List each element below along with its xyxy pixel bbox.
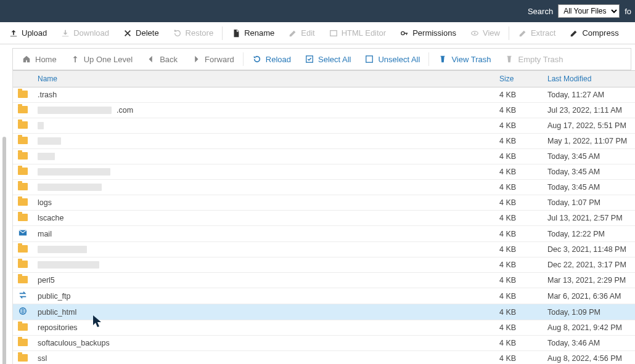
table-row[interactable]: 4 KB May 1, 2022, 11:07 PM	[13, 134, 635, 149]
folder-icon	[18, 167, 28, 176]
rename-button[interactable]: Rename	[225, 22, 281, 44]
delete-button[interactable]: Delete	[117, 22, 165, 44]
file-size: 4 KB	[494, 103, 543, 118]
svg-rect-5	[366, 56, 373, 63]
redacted-text	[38, 246, 87, 253]
file-modified: Aug 8, 2021, 9:42 PM	[543, 320, 635, 336]
file-modified: Today, 3:45 AM	[543, 180, 635, 195]
table-row[interactable]: ssl 4 KB Aug 8, 2022, 4:56 PM	[13, 351, 635, 365]
file-modified: Today, 1:09 PM	[543, 304, 635, 320]
file-size: 4 KB	[494, 180, 543, 195]
reload-button[interactable]: Reload	[246, 49, 297, 70]
download-button[interactable]: Download	[54, 22, 115, 44]
upload-icon	[9, 29, 18, 38]
file-modified: Today, 11:27 AM	[543, 87, 635, 103]
edit-button[interactable]: Edit	[282, 22, 321, 44]
file-size: 4 KB	[494, 288, 543, 304]
table-row[interactable]: public_ftp 4 KB Mar 6, 2021, 6:36 AM	[13, 288, 635, 304]
svg-point-3	[474, 32, 476, 34]
file-modified: Today, 3:46 AM	[543, 336, 635, 351]
folder-icon	[18, 152, 28, 160]
redacted-text	[38, 122, 44, 129]
up-one-level-button[interactable]: Up One Level	[64, 49, 139, 70]
extract-button[interactable]: Extract	[512, 22, 562, 44]
file-size: 4 KB	[494, 320, 543, 336]
folder-icon	[18, 105, 28, 114]
redacted-text	[38, 153, 55, 160]
file-modified: Today, 1:07 PM	[543, 195, 635, 211]
folder-icon	[18, 275, 28, 284]
forward-button[interactable]: Forward	[185, 49, 240, 70]
table-row[interactable]: 4 KB Today, 3:45 AM	[13, 164, 635, 180]
folder-icon	[18, 198, 28, 206]
view-button[interactable]: View	[464, 22, 506, 44]
empty-trash-icon	[504, 55, 514, 63]
file-name: logs	[38, 198, 52, 207]
home-button[interactable]: Home	[15, 49, 63, 70]
file-modified: Dec 3, 2021, 11:48 PM	[543, 242, 635, 257]
permissions-button[interactable]: Permissions	[393, 22, 462, 44]
file-size: 4 KB	[494, 242, 543, 257]
table-row[interactable]: repositories 4 KB Aug 8, 2021, 9:42 PM	[13, 320, 635, 336]
table-row[interactable]: 4 KB Aug 17, 2022, 5:51 PM	[13, 118, 635, 134]
view-trash-button[interactable]: View Trash	[432, 49, 497, 70]
table-header-row: Name Size Last Modified	[13, 71, 635, 87]
upload-button[interactable]: Upload	[2, 22, 53, 44]
topbar: Search All Your Files fo	[0, 0, 635, 22]
file-name: repositories	[38, 323, 78, 332]
table-row[interactable]: 4 KB Today, 3:45 AM	[13, 180, 635, 195]
file-size: 4 KB	[494, 226, 543, 242]
redacted-text	[38, 168, 110, 176]
table-row[interactable]: 4 KB Dec 22, 2021, 3:17 PM	[13, 257, 635, 273]
back-button[interactable]: Back	[140, 49, 184, 70]
file-modified: Mar 13, 2021, 2:29 PM	[543, 273, 635, 288]
search-label: Search	[528, 7, 553, 16]
table-row[interactable]: public_html 4 KB Today, 1:09 PM	[13, 304, 635, 320]
col-name[interactable]: Name	[33, 71, 494, 87]
restore-button[interactable]: Restore	[166, 22, 220, 44]
file-name: ssl	[38, 354, 47, 363]
folder-icon	[18, 354, 28, 362]
home-icon	[22, 55, 31, 63]
folder-icon	[18, 121, 28, 129]
scroll-gutter[interactable]	[0, 115, 9, 364]
folder-icon	[18, 182, 28, 191]
file-size: 4 KB	[494, 257, 543, 273]
table-row[interactable]: logs 4 KB Today, 1:07 PM	[13, 195, 635, 211]
folder-icon	[18, 338, 28, 347]
table-row[interactable]: .com 4 KB Jul 23, 2022, 1:11 AM	[13, 103, 635, 118]
svg-rect-0	[330, 30, 337, 36]
file-table: Name Size Last Modified .trash 4 KB Toda…	[12, 70, 635, 364]
separator	[243, 52, 244, 66]
unselect-all-button[interactable]: Unselect All	[358, 49, 426, 70]
table-row[interactable]: perl5 4 KB Mar 13, 2021, 2:29 PM	[13, 273, 635, 288]
file-size: 4 KB	[494, 118, 543, 134]
rename-icon	[231, 29, 241, 38]
empty-trash-button[interactable]: Empty Trash	[498, 49, 569, 70]
table-row[interactable]: 4 KB Dec 3, 2021, 11:48 PM	[13, 242, 635, 257]
file-modified: Dec 22, 2021, 3:17 PM	[543, 257, 635, 273]
html-editor-button[interactable]: HTML Editor	[322, 22, 392, 44]
table-row[interactable]: 4 KB Today, 3:45 AM	[13, 149, 635, 164]
compress-icon	[569, 29, 579, 38]
table-row[interactable]: mail 4 KB Today, 12:22 PM	[13, 226, 635, 242]
table-row[interactable]: softaculous_backups 4 KB Today, 3:46 AM	[13, 336, 635, 351]
file-name: .com	[117, 106, 133, 115]
back-icon	[146, 55, 156, 63]
file-modified: Aug 17, 2022, 5:51 PM	[543, 118, 635, 134]
file-size: 4 KB	[494, 149, 543, 164]
forward-icon	[191, 55, 201, 63]
table-row[interactable]: .trash 4 KB Today, 11:27 AM	[13, 87, 635, 103]
file-size: 4 KB	[494, 273, 543, 288]
table-row[interactable]: lscache 4 KB Jul 13, 2021, 2:57 PM	[13, 211, 635, 226]
col-modified[interactable]: Last Modified	[543, 71, 635, 87]
compress-button[interactable]: Compress	[563, 22, 625, 44]
file-size: 4 KB	[494, 351, 543, 365]
search-scope-select[interactable]: All Your Files	[558, 4, 620, 18]
select-all-button[interactable]: Select All	[298, 49, 357, 70]
folder-icon	[18, 260, 28, 269]
html-editor-icon	[329, 29, 338, 38]
file-name: perl5	[38, 276, 55, 285]
col-size[interactable]: Size	[494, 71, 543, 87]
restore-icon	[173, 29, 182, 38]
